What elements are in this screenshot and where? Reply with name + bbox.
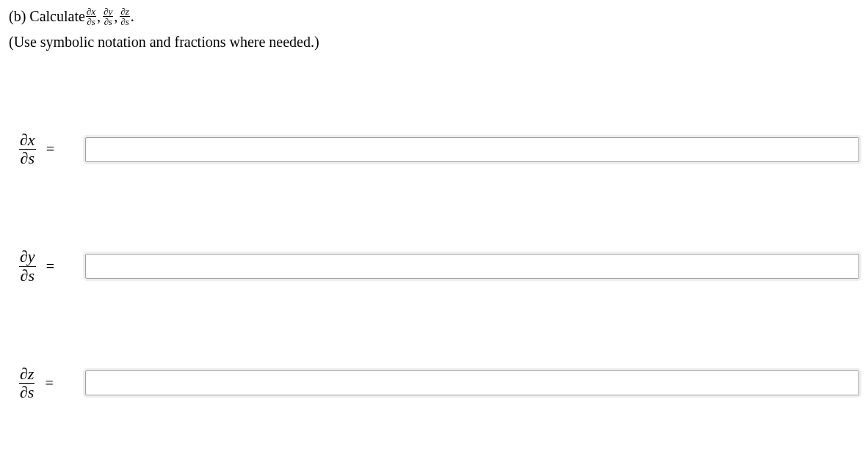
answer-row-dy-ds: ∂y ∂s = [19,248,859,284]
answer-input-dz-ds[interactable] [85,370,859,395]
fraction-dy-ds: ∂y ∂s [103,7,113,26]
equals-sign: = [46,258,54,275]
label-dx-ds: ∂x ∂s [19,131,36,167]
terminator: . [131,6,134,26]
fraction-dz-ds: ∂z ∂s [120,7,129,26]
separator: , [114,6,117,26]
answer-input-dy-ds[interactable] [85,254,859,279]
equals-sign: = [45,375,53,392]
label-dy-ds: ∂y ∂s [19,248,36,284]
prompt-prefix: (b) Calculate [9,6,85,26]
answer-row-dx-ds: ∂x ∂s = [19,131,859,167]
instruction-text: (Use symbolic notation and fractions whe… [9,34,859,51]
answer-input-dx-ds[interactable] [85,137,859,162]
answer-row-dz-ds: ∂z ∂s = [19,365,859,401]
label-dz-ds: ∂z ∂s [19,365,35,401]
question-prompt: (b) Calculate ∂x ∂s , ∂y ∂s , ∂z ∂s . [9,6,859,26]
fraction-dx-ds: ∂x ∂s [86,7,96,26]
equals-sign: = [46,141,54,158]
separator: , [97,6,101,26]
